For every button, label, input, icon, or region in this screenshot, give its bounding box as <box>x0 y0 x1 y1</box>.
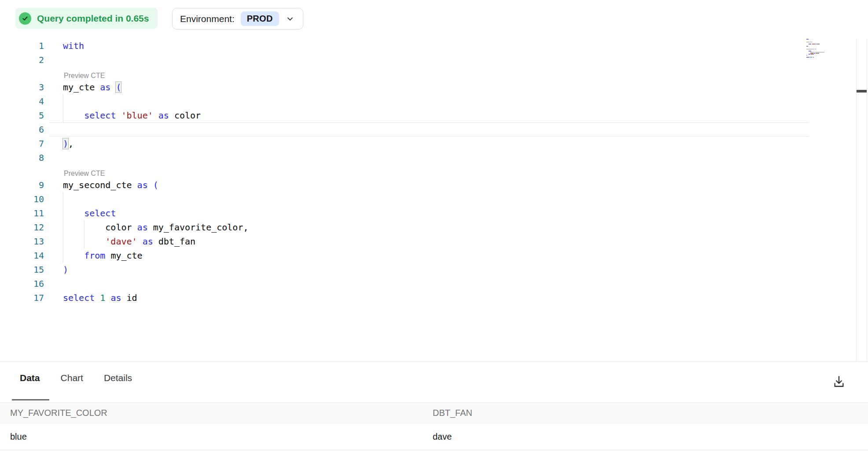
code-line[interactable]: 15) <box>0 263 868 277</box>
code-token: as <box>100 82 110 93</box>
minimap-line <box>806 57 828 58</box>
download-results-button[interactable] <box>831 374 847 390</box>
preview-cte-button[interactable]: Preview CTE <box>64 72 105 80</box>
code-token: my_favorite_color <box>153 222 243 233</box>
code-token: color <box>105 222 132 233</box>
line-number[interactable]: 5 <box>0 108 44 122</box>
code-line-text <box>44 94 63 108</box>
line-number[interactable]: 2 <box>0 53 44 67</box>
code-token: , <box>243 222 248 233</box>
code-line[interactable]: 16 <box>0 277 868 291</box>
code-line-text: 'dave' as dbt_fan <box>44 234 195 248</box>
tab-data[interactable]: Data <box>20 373 40 383</box>
code-line[interactable]: 12 color as my_favorite_color, <box>0 220 868 234</box>
environment-value-pill: PROD <box>241 11 279 26</box>
code-token <box>169 110 174 121</box>
code-token <box>105 250 110 261</box>
ide-window: Query completed in 0.65s Environment: PR… <box>0 0 868 452</box>
minimap[interactable] <box>806 39 828 58</box>
indent-guide <box>84 220 85 234</box>
code-token: as <box>137 180 148 190</box>
code-token <box>95 293 100 303</box>
preview-cte-button[interactable]: Preview CTE <box>64 170 105 178</box>
code-token <box>132 222 137 233</box>
code-token: as <box>110 293 121 303</box>
query-status-text: Query completed in 0.65s <box>37 13 149 24</box>
check-circle-icon <box>19 12 31 25</box>
code-token <box>63 208 84 219</box>
code-token: from <box>84 250 105 261</box>
line-number[interactable]: 17 <box>0 291 44 305</box>
code-line[interactable]: 4 <box>0 94 868 108</box>
code-token: color <box>174 110 201 121</box>
environment-selector[interactable]: Environment: PROD <box>172 8 303 30</box>
sql-code-editor[interactable]: 1with2Preview CTE3my_cte as (45 select '… <box>0 39 868 305</box>
indent-guide <box>63 220 63 234</box>
code-line-text <box>44 122 63 137</box>
line-number[interactable]: 3 <box>0 80 44 94</box>
line-number[interactable]: 8 <box>0 151 44 165</box>
code-line[interactable]: 11 select <box>0 206 868 220</box>
code-token: select <box>63 293 95 303</box>
code-line[interactable]: 9my_second_cte as ( <box>0 178 868 192</box>
column-header: DBT_FAN <box>433 408 868 418</box>
indent-guide <box>63 234 63 248</box>
active-tab-indicator <box>12 399 49 400</box>
code-line[interactable]: 3my_cte as ( <box>0 80 868 94</box>
line-number[interactable]: 15 <box>0 263 44 277</box>
code-line[interactable]: 1with <box>0 39 868 53</box>
code-token: 1 <box>100 293 105 303</box>
code-token <box>153 110 158 121</box>
line-number[interactable]: 13 <box>0 234 44 248</box>
preview-cte-zone: Preview CTE <box>0 67 868 80</box>
line-number[interactable]: 12 <box>0 220 44 234</box>
code-token <box>110 82 116 93</box>
code-token: with <box>63 41 84 51</box>
editor-scrollbar[interactable] <box>856 39 867 361</box>
code-line-text: my_second_cte as ( <box>44 178 158 192</box>
line-number[interactable]: 10 <box>0 192 44 206</box>
code-line-text: with <box>44 39 84 53</box>
code-line[interactable]: 2 <box>0 53 868 67</box>
code-token: select <box>84 208 116 219</box>
code-line[interactable]: 5 select 'blue' as color <box>0 108 868 122</box>
query-status-badge: Query completed in 0.65s <box>15 8 158 29</box>
line-number[interactable]: 4 <box>0 94 44 108</box>
code-line-text <box>44 53 63 67</box>
line-number[interactable]: 11 <box>0 206 44 220</box>
indent-guide <box>63 108 63 122</box>
line-number[interactable]: 16 <box>0 277 44 291</box>
indent-guide <box>63 94 63 108</box>
table-cell: dave <box>433 432 868 442</box>
tab-details[interactable]: Details <box>104 373 132 383</box>
results-panel: Data Chart Details MY_FAVORITE_COLOR DBT… <box>0 361 868 452</box>
code-token <box>95 82 100 93</box>
code-token <box>148 180 153 190</box>
code-line[interactable]: 6 <box>0 122 868 137</box>
indent-guide <box>63 206 63 220</box>
code-line-text: ), <box>44 137 74 151</box>
code-line-text: color as my_favorite_color, <box>44 220 248 234</box>
line-number[interactable]: 14 <box>0 248 44 263</box>
code-line[interactable]: 10 <box>0 192 868 206</box>
line-number[interactable]: 9 <box>0 178 44 192</box>
code-line[interactable]: 7), <box>0 137 868 151</box>
download-icon <box>832 375 846 389</box>
code-token: as <box>137 222 148 233</box>
code-line[interactable]: 17select 1 as id <box>0 291 868 305</box>
table-row: blue dave <box>0 423 868 450</box>
code-line[interactable]: 8 <box>0 151 868 165</box>
code-token <box>121 293 126 303</box>
code-line[interactable]: 13 'dave' as dbt_fan <box>0 234 868 248</box>
indent-guide <box>84 234 85 248</box>
line-number[interactable]: 7 <box>0 137 44 151</box>
indent-guide <box>63 248 63 263</box>
code-token: my_second_cte <box>63 180 132 190</box>
code-token <box>105 293 110 303</box>
code-line[interactable]: 14 from my_cte <box>0 248 868 263</box>
code-token: my_cte <box>63 82 95 93</box>
line-number[interactable]: 6 <box>0 122 44 137</box>
code-token: my_cte <box>110 250 142 261</box>
tab-chart[interactable]: Chart <box>61 373 83 383</box>
line-number[interactable]: 1 <box>0 39 44 53</box>
